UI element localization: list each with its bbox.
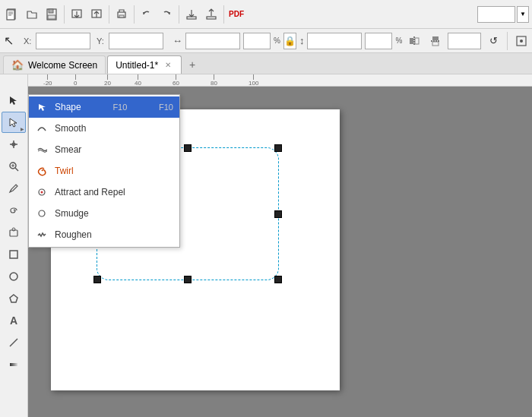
menu-item-smudge[interactable]: Smudge (29, 203, 179, 224)
height-icon: ↕ (299, 35, 305, 46)
rotate-ccw-button[interactable]: ↺ (484, 32, 502, 50)
polygon-tool-btn[interactable] (2, 288, 26, 309)
menu-item-smooth[interactable]: Smooth (29, 118, 179, 139)
pen-tool-btn[interactable] (2, 178, 26, 199)
menu-item-attract-repel-label: Attract and Repel (55, 187, 125, 197)
transform-tool-btn[interactable] (2, 134, 26, 155)
tick-h-40: 40 (135, 74, 141, 87)
svg-rect-3 (49, 9, 53, 13)
smooth-menu-icon (35, 122, 49, 135)
svg-point-44 (39, 210, 45, 216)
sep4 (179, 5, 179, 24)
handle-mr[interactable] (274, 210, 282, 218)
pdf-button[interactable]: PDF (227, 5, 245, 24)
menu-item-roughen[interactable]: Roughen (29, 224, 179, 245)
menu-item-smooth-label: Smooth (55, 123, 86, 134)
download-button[interactable] (182, 5, 201, 24)
menu-item-smear[interactable]: Smear (29, 139, 179, 160)
zoom-tool-btn[interactable] (2, 156, 26, 177)
tab-close-button[interactable]: ✕ (163, 60, 173, 71)
coord-sep3 (507, 32, 508, 50)
export-button[interactable] (87, 5, 106, 24)
transform-options-button[interactable] (512, 32, 530, 50)
menu-item-attract-repel[interactable]: Attract and Repel (29, 182, 179, 203)
handle-bl[interactable] (93, 276, 101, 283)
menu-item-twirl-label: Twirl (55, 166, 74, 176)
rotation-input[interactable]: 0,0 (448, 33, 481, 49)
width-input[interactable]: 34,987 mm (185, 33, 240, 49)
svg-line-29 (15, 168, 18, 171)
svg-rect-10 (207, 17, 216, 19)
smudge-menu-icon (35, 207, 49, 220)
lock-button[interactable]: 🔒 (283, 33, 296, 49)
svg-line-38 (10, 339, 17, 346)
x-label: X: (24, 36, 33, 46)
svg-rect-15 (432, 42, 439, 46)
tick-h-0: 0 (74, 74, 77, 87)
top-toolbar: PDF 114% ▼ (0, 0, 532, 29)
flip-v-button[interactable] (426, 32, 445, 50)
menu-item-smudge-label: Smudge (55, 208, 89, 219)
redo-button[interactable] (157, 5, 176, 24)
flip-h-button[interactable] (405, 32, 423, 50)
tab-untitled-label: Untitled-1* (116, 60, 158, 71)
y-input[interactable]: 121,566 mm (109, 33, 163, 49)
width-icon: ↔ (173, 35, 182, 46)
svg-rect-35 (10, 251, 17, 258)
home-icon: 🏠 (11, 59, 24, 71)
menu-item-twirl[interactable]: Twirl (29, 160, 179, 182)
handle-br[interactable] (274, 276, 282, 283)
tab-untitled[interactable]: Untitled-1* ✕ (107, 55, 182, 74)
svg-point-43 (41, 191, 43, 194)
zoom-box: 114% ▼ (477, 6, 529, 23)
svg-point-36 (10, 273, 17, 280)
svg-rect-11 (410, 38, 413, 44)
svg-rect-8 (119, 15, 124, 17)
node-tool-btn[interactable]: ▶ (2, 112, 26, 133)
ruler-top: -20 0 20 40 60 80 100 (28, 74, 532, 87)
zoom-input[interactable]: 114% (477, 6, 515, 23)
pct-label-w: % (274, 36, 280, 45)
select-tool-icon[interactable]: ↖ (3, 32, 14, 50)
open-button[interactable] (23, 5, 41, 24)
import-button[interactable] (68, 5, 86, 24)
line-tool-btn[interactable] (2, 332, 26, 353)
handle-tm[interactable] (184, 144, 192, 152)
tab-bar: 🏠 Welcome Screen Untitled-1* ✕ + (0, 53, 532, 74)
print-button[interactable] (112, 5, 131, 24)
shape-tool-btn[interactable] (2, 222, 26, 243)
rectangle-tool-btn[interactable] (2, 244, 26, 265)
svg-point-18 (520, 39, 523, 43)
menu-item-roughen-label: Roughen (55, 229, 92, 240)
height-pct-input[interactable]: 27,0 (365, 33, 392, 49)
shape-menu-icon (35, 100, 49, 114)
text-tool-label: A (10, 314, 17, 327)
sep5 (223, 5, 224, 24)
svg-marker-37 (10, 295, 17, 302)
handle-tr[interactable] (274, 144, 282, 152)
coords-right: 0,0 ↺ (405, 32, 532, 50)
x-input[interactable]: 174,399 mm (36, 33, 90, 49)
menu-item-smear-label: Smear (55, 144, 81, 155)
main-area: -20 0 20 40 60 80 100 ▶ (0, 74, 532, 417)
svg-rect-39 (10, 363, 17, 366)
text-tool-btn[interactable]: A (2, 310, 26, 331)
undo-button[interactable] (138, 5, 156, 24)
tab-add-button[interactable]: + (183, 55, 201, 74)
menu-item-shape[interactable]: Shape F10 F10 (29, 96, 179, 118)
spiral-tool-btn[interactable] (2, 200, 26, 221)
save-button[interactable] (43, 5, 61, 24)
height-input[interactable]: 26,24 mm (307, 33, 362, 49)
zoom-dropdown-button[interactable]: ▼ (517, 6, 529, 23)
gradient-tool-btn[interactable] (2, 354, 26, 375)
twirl-menu-icon (35, 164, 49, 178)
new-button[interactable] (3, 5, 21, 24)
select-tool-btn[interactable] (2, 90, 26, 111)
upload-button[interactable] (202, 5, 220, 24)
circle-tool-btn[interactable] (2, 266, 26, 287)
handle-bm[interactable] (184, 276, 192, 283)
coords-toolbar: ↖ X: 174,399 mm Y: 121,566 mm ↔ 34,987 m… (0, 29, 532, 53)
width-pct-input[interactable]: 27,0 (243, 33, 271, 49)
tab-welcome[interactable]: 🏠 Welcome Screen (3, 55, 106, 74)
smear-menu-icon (35, 143, 49, 156)
